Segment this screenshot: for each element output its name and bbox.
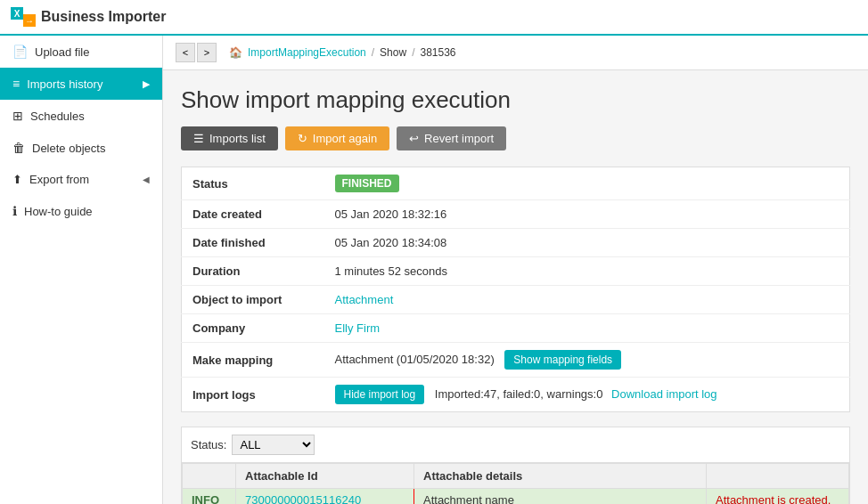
make-mapping-text: Attachment (01/05/2020 18:32) xyxy=(335,353,495,366)
date-finished-label: Date finished xyxy=(182,229,324,257)
sidebar-item-how-to-guide[interactable]: ℹ How-to guide xyxy=(0,195,162,227)
export-from-icon: ⬆ xyxy=(12,173,22,186)
sidebar-item-delete-objects[interactable]: 🗑 Delete objects xyxy=(0,132,162,164)
table-row: INFO 730000000015116240 Attachment name … xyxy=(183,489,849,505)
info-table: Status FINISHED Date created 05 Jan 2020… xyxy=(181,167,850,412)
object-link[interactable]: Attachment xyxy=(335,293,394,306)
sidebar-item-export-from[interactable]: ⬆ Export from ◀ xyxy=(0,164,162,195)
log-section: Status: ALL INFO WARNING ERROR Attachabl… xyxy=(181,427,850,504)
company-value: Elly Firm xyxy=(324,314,850,343)
top-bar: X → Business Importer xyxy=(0,0,868,36)
breadcrumb-back-button[interactable]: < xyxy=(176,43,195,62)
list-icon: ☰ xyxy=(193,132,204,145)
company-link[interactable]: Elly Firm xyxy=(335,321,381,335)
company-label: Company xyxy=(182,314,324,343)
delete-objects-icon: 🗑 xyxy=(12,141,25,155)
col-attachable-details-header: Attachable details xyxy=(414,464,707,489)
arrow-right-icon: ▶ xyxy=(143,78,150,90)
import-again-label: Import again xyxy=(313,132,377,145)
row-name: Attachment name xyxy=(414,489,707,505)
import-again-button[interactable]: ↻ Import again xyxy=(285,126,389,150)
status-badge: FINISHED xyxy=(335,175,399,192)
breadcrumb-nav: < > xyxy=(176,43,217,62)
sidebar-item-label: Imports history xyxy=(27,77,102,91)
breadcrumb-bar: < > 🏠 ImportMappingExecution / Show / 38… xyxy=(163,36,868,70)
sidebar-item-label: Export from xyxy=(29,173,89,186)
logo-box: X → xyxy=(11,7,36,27)
refresh-icon: ↻ xyxy=(298,132,307,145)
object-value: Attachment xyxy=(324,286,850,314)
sidebar-item-label: Schedules xyxy=(30,110,85,123)
duration-row: Duration 1 minutes 52 seconds xyxy=(182,257,850,286)
log-table: Attachable Id Attachable details INFO 73… xyxy=(182,463,849,504)
make-mapping-label: Make mapping xyxy=(182,343,324,378)
duration-value: 1 minutes 52 seconds xyxy=(324,257,850,286)
col-attachable-id-header: Attachable Id xyxy=(236,464,414,489)
breadcrumb-link[interactable]: ImportMappingExecution xyxy=(248,46,366,59)
log-filter-bar: Status: ALL INFO WARNING ERROR xyxy=(182,427,849,463)
sidebar-item-label: Delete objects xyxy=(32,142,105,155)
breadcrumb-sep-2: / xyxy=(412,46,414,59)
breadcrumb-forward-button[interactable]: > xyxy=(197,43,217,62)
home-icon: 🏠 xyxy=(229,46,242,59)
make-mapping-row: Make mapping Attachment (01/05/2020 18:3… xyxy=(182,343,850,378)
layout: 📄 Upload file ≡ Imports history ▶ ⊞ Sche… xyxy=(0,36,868,504)
status-value: FINISHED xyxy=(324,167,850,200)
sidebar-item-label: How-to guide xyxy=(24,205,93,218)
app-logo: X → Business Importer xyxy=(11,7,166,27)
object-label: Object to import xyxy=(182,286,324,314)
company-row: Company Elly Firm xyxy=(182,314,850,343)
col-status-header xyxy=(183,464,236,489)
sidebar: 📄 Upload file ≡ Imports history ▶ ⊞ Sche… xyxy=(0,36,163,504)
make-mapping-value: Attachment (01/05/2020 18:32) Show mappi… xyxy=(324,343,850,378)
date-finished-value: 05 Jan 2020 18:34:08 xyxy=(324,229,850,257)
object-row: Object to import Attachment xyxy=(182,286,850,314)
filter-status-label: Status: xyxy=(191,438,226,451)
download-import-log-link[interactable]: Download import log xyxy=(611,387,717,401)
status-row: Status FINISHED xyxy=(182,167,850,200)
show-mapping-fields-button[interactable]: Show mapping fields xyxy=(504,350,621,370)
page-content: Show import mapping execution ☰ Imports … xyxy=(163,70,868,504)
import-logs-label: Import logs xyxy=(182,378,324,412)
upload-file-icon: 📄 xyxy=(12,45,28,59)
import-logs-row: Import logs Hide import log Imported:47,… xyxy=(182,378,850,412)
imports-history-icon: ≡ xyxy=(12,77,20,91)
import-logs-value: Hide import log Imported:47, failed:0, w… xyxy=(324,378,850,412)
app-title: Business Importer xyxy=(41,9,166,25)
sidebar-item-schedules[interactable]: ⊞ Schedules xyxy=(0,100,162,132)
row-id[interactable]: 730000000015116240 xyxy=(236,489,414,505)
row-result: Attachment is created. xyxy=(707,489,849,505)
date-finished-row: Date finished 05 Jan 2020 18:34:08 xyxy=(182,229,850,257)
log-table-body: INFO 730000000015116240 Attachment name … xyxy=(183,489,849,505)
schedules-icon: ⊞ xyxy=(12,109,23,123)
status-label: Status xyxy=(182,167,324,200)
revert-import-label: Revert import xyxy=(424,132,494,145)
imports-list-button[interactable]: ☰ Imports list xyxy=(181,126,278,150)
main-content: < > 🏠 ImportMappingExecution / Show / 38… xyxy=(163,36,868,504)
imports-list-label: Imports list xyxy=(209,132,266,145)
imported-text: Imported:47, failed:0, warnings:0 xyxy=(435,387,603,401)
breadcrumb-sep-1: / xyxy=(372,46,374,59)
breadcrumb-id: 381536 xyxy=(420,46,455,59)
page-title: Show import mapping execution xyxy=(181,86,850,114)
revert-icon: ↩ xyxy=(409,132,419,145)
status-filter-select[interactable]: ALL INFO WARNING ERROR xyxy=(232,435,315,455)
date-created-value: 05 Jan 2020 18:32:16 xyxy=(324,200,850,229)
hide-import-log-button[interactable]: Hide import log xyxy=(335,385,425,404)
row-status: INFO xyxy=(183,489,236,505)
logo-x: X xyxy=(11,7,23,20)
revert-import-button[interactable]: ↩ Revert import xyxy=(397,126,506,150)
chevron-right-icon: ◀ xyxy=(143,175,150,184)
sidebar-item-imports-history[interactable]: ≡ Imports history ▶ xyxy=(0,68,162,100)
sidebar-item-label: Upload file xyxy=(35,45,89,59)
date-created-row: Date created 05 Jan 2020 18:32:16 xyxy=(182,200,850,229)
date-created-label: Date created xyxy=(182,200,324,229)
how-to-guide-icon: ℹ xyxy=(12,204,17,218)
logo-arrow: → xyxy=(23,14,36,27)
toolbar: ☰ Imports list ↻ Import again ↩ Revert i… xyxy=(181,126,850,150)
log-table-header: Attachable Id Attachable details xyxy=(183,464,849,489)
sidebar-item-upload-file[interactable]: 📄 Upload file xyxy=(0,36,162,68)
breadcrumb-page: Show xyxy=(380,46,406,59)
duration-label: Duration xyxy=(182,257,324,286)
col-result-header xyxy=(707,464,849,489)
